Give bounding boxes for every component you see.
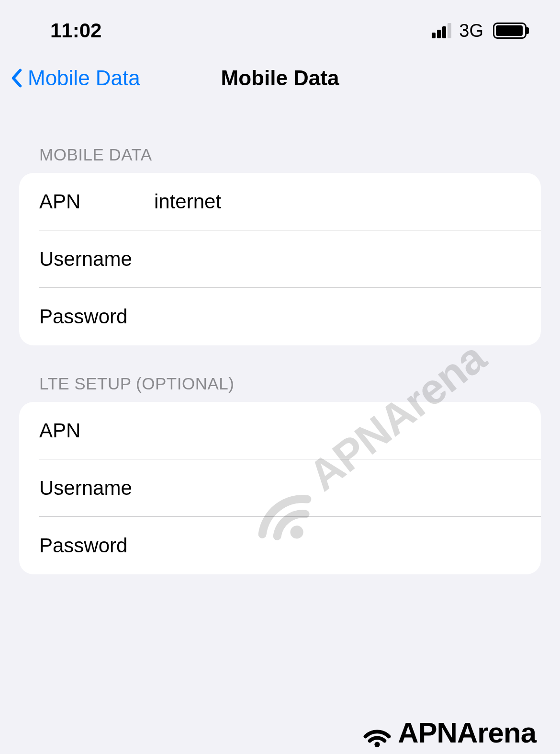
group-mobile-data: APN Username Password (19, 173, 541, 345)
row-username[interactable]: Username (19, 230, 541, 288)
page-title: Mobile Data (221, 66, 339, 90)
chevron-left-icon (10, 66, 24, 90)
content: MOBILE DATA APN Username Password LTE SE… (0, 104, 560, 574)
watermark-text: APNArena (398, 716, 536, 749)
status-right: 3G (432, 21, 526, 41)
row-lte-apn[interactable]: APN (19, 402, 541, 459)
watermark-bottom: APNArena (360, 716, 536, 749)
row-lte-password[interactable]: Password (19, 517, 541, 574)
label-apn: APN (39, 190, 154, 213)
label-lte-username: Username (39, 477, 154, 500)
input-password[interactable] (154, 305, 521, 328)
battery-icon (493, 23, 526, 39)
section-header-lte-setup: LTE SETUP (OPTIONAL) (19, 345, 541, 402)
back-label: Mobile Data (28, 66, 140, 90)
label-password: Password (39, 305, 154, 328)
network-type: 3G (459, 21, 483, 41)
status-bar: 11:02 3G (0, 0, 560, 52)
status-time: 11:02 (50, 19, 101, 42)
svg-point-1 (375, 742, 380, 747)
section-header-mobile-data: MOBILE DATA (19, 104, 541, 173)
row-apn[interactable]: APN (19, 173, 541, 230)
input-apn[interactable] (154, 190, 521, 213)
input-lte-username[interactable] (154, 477, 521, 500)
group-lte-setup: APN Username Password (19, 402, 541, 574)
signal-strength-icon (432, 23, 451, 38)
navigation-bar: Mobile Data Mobile Data (0, 52, 560, 104)
row-lte-username[interactable]: Username (19, 459, 541, 517)
input-username[interactable] (154, 248, 521, 271)
wifi-icon (360, 716, 394, 749)
label-username: Username (39, 248, 154, 271)
label-lte-apn: APN (39, 419, 154, 442)
input-lte-password[interactable] (154, 534, 521, 557)
label-lte-password: Password (39, 534, 154, 557)
back-button[interactable]: Mobile Data (10, 66, 140, 90)
input-lte-apn[interactable] (154, 419, 521, 442)
row-password[interactable]: Password (19, 288, 541, 345)
